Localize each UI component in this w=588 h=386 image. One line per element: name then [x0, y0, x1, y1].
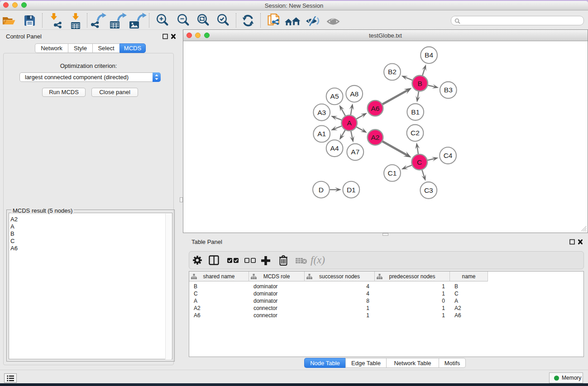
svg-text:C: C: [417, 158, 422, 166]
svg-text:B: B: [418, 80, 422, 87]
svg-text:A1: A1: [317, 130, 326, 138]
svg-text:A: A: [347, 119, 352, 127]
svg-text:A4: A4: [330, 144, 339, 152]
svg-text:A6: A6: [371, 105, 380, 112]
svg-text:C1: C1: [388, 169, 397, 177]
svg-text:A3: A3: [317, 109, 326, 116]
svg-text:C4: C4: [444, 152, 453, 159]
svg-text:B4: B4: [425, 51, 433, 59]
svg-text:A7: A7: [351, 148, 359, 156]
svg-text:B3: B3: [444, 86, 453, 94]
svg-text:B2: B2: [388, 68, 397, 76]
svg-text:B1: B1: [411, 108, 420, 116]
svg-text:C3: C3: [424, 186, 433, 194]
svg-text:D1: D1: [347, 186, 356, 194]
svg-text:D: D: [319, 186, 324, 194]
svg-text:A5: A5: [330, 92, 339, 100]
svg-text:A8: A8: [350, 90, 359, 98]
svg-text:A2: A2: [371, 133, 380, 141]
svg-text:C2: C2: [411, 129, 420, 137]
